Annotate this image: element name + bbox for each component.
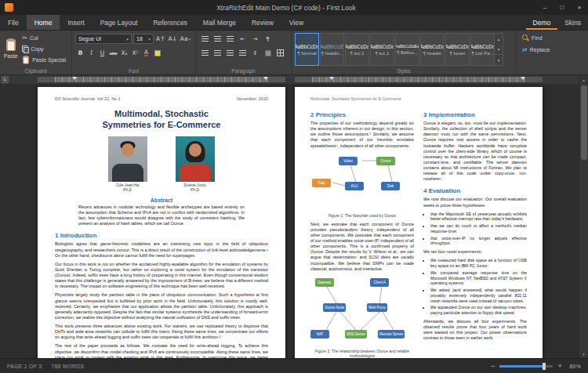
bold-button[interactable]: B xyxy=(75,48,85,58)
zoom-slider[interactable] xyxy=(499,365,553,368)
scrollbar-thumb[interactable] xyxy=(581,85,587,160)
ribbon-tab[interactable]: Review xyxy=(244,15,281,30)
borders-icon xyxy=(277,49,284,56)
horizontal-ruler[interactable]: L xyxy=(0,75,579,84)
ribbon-tab[interactable]: Page Layout xyxy=(93,15,146,30)
indent-marker[interactable] xyxy=(329,77,334,80)
style-gallery-item[interactable]: AaBbCcDd ¶ toc 2 xyxy=(345,33,369,66)
indent-marker[interactable] xyxy=(521,77,525,80)
bullet-list-button[interactable] xyxy=(199,34,211,44)
font-color-button[interactable]: A xyxy=(141,48,151,58)
author: Soteria Justo, Ph.D. xyxy=(176,136,215,193)
justify-button[interactable] xyxy=(237,48,249,58)
section-heading-evaluation: 4 Evaluation xyxy=(423,187,527,194)
styles-gallery-up-button[interactable]: ▴ xyxy=(495,34,503,44)
ribbon-tab[interactable]: Mail Merge xyxy=(195,15,244,30)
list-item: that voice-over-IP no longer adjusts eff… xyxy=(430,236,527,247)
font-name-value: Segoe UI xyxy=(78,36,101,42)
document-page-1[interactable]: DX Scientific Journal, Vol 22, No 1 Nove… xyxy=(38,87,285,358)
font-name-combobox[interactable]: Segoe UI ▾ xyxy=(75,34,132,44)
shading-button[interactable] xyxy=(262,48,274,58)
superscript-button[interactable]: X² xyxy=(130,48,140,58)
style-gallery-item[interactable]: AaBbCcDd ¶ toc 1 xyxy=(370,33,394,66)
demo-skins-tab[interactable]: Skins xyxy=(557,15,588,30)
font-size-combobox[interactable]: 18 ▾ xyxy=(133,34,154,44)
copy-icon xyxy=(22,45,28,53)
tab-stop-selector[interactable]: L xyxy=(2,76,9,83)
change-case-button[interactable]: Aa▾ xyxy=(180,34,191,44)
paste-special-button[interactable]: Paste Special xyxy=(20,55,68,65)
style-gallery-item[interactable]: AaBbCcDd ¶ List Pa... xyxy=(470,33,495,66)
increase-indent-button[interactable]: ⇥ xyxy=(249,34,261,44)
style-name: ¶ toc 2 xyxy=(350,51,365,56)
align-right-button[interactable] xyxy=(224,48,236,58)
styles-gallery-arrows: ▴ ▾ ▾ xyxy=(495,33,503,66)
paragraph: This work presents three advances above … xyxy=(55,324,268,340)
list-item: We applauded Ounce on our own desktop ma… xyxy=(430,305,527,316)
scroll-down-button[interactable]: ▾ xyxy=(579,349,588,358)
strikethrough-button[interactable]: abc xyxy=(108,48,118,58)
paste-icon xyxy=(6,39,16,51)
grow-font-button[interactable]: A↑ xyxy=(155,34,165,44)
shrink-font-button[interactable]: A↓ xyxy=(167,34,177,44)
highlight-button[interactable] xyxy=(152,48,162,58)
paste-special-label: Paste Special xyxy=(32,57,66,63)
copy-button[interactable]: Copy xyxy=(20,44,68,54)
abstract-heading: Abstract xyxy=(55,197,268,203)
italic-icon: I xyxy=(90,49,93,56)
maximize-button[interactable]: □ xyxy=(554,0,571,15)
align-center-button[interactable] xyxy=(212,48,223,58)
subscript-button[interactable]: X₂ xyxy=(119,48,129,58)
numbered-list-button[interactable] xyxy=(212,34,223,44)
italic-button[interactable]: I xyxy=(86,48,96,58)
ribbon-tab[interactable]: Insert xyxy=(60,15,92,30)
zoom-out-button[interactable]: − xyxy=(491,363,495,370)
styles-gallery-more-button[interactable]: ▾ xyxy=(495,54,503,65)
flowchart-node: Trap xyxy=(312,179,331,187)
indent-marker[interactable] xyxy=(72,77,77,80)
style-name: ¶ headin... xyxy=(321,51,343,56)
paragraph: The properties of our methodology depend… xyxy=(310,121,414,149)
ribbon-tab[interactable]: Home xyxy=(27,15,60,30)
style-gallery-item[interactable]: AaBbCcE ¶ headin... xyxy=(320,33,344,66)
cut-button[interactable]: ✂ Cut xyxy=(20,33,68,43)
style-gallery-item[interactable]: AaBbCcDd ¶ footer xyxy=(445,33,470,66)
ribbon-tab[interactable]: View xyxy=(281,15,311,30)
style-gallery-item[interactable]: AaBbCcDd ¶ Normal xyxy=(295,33,319,66)
find-button[interactable]: Find xyxy=(520,33,585,43)
styles-gallery-down-button[interactable]: ▾ xyxy=(495,44,503,54)
author: Cole Jean-Ha, Ph.D. xyxy=(108,136,147,193)
style-gallery-item[interactable]: AaBbCcDd ¶ header xyxy=(420,33,445,66)
ribbon-tab[interactable]: File xyxy=(0,15,27,30)
style-gallery-item[interactable]: AaBbCcDdEe ¶ Balloo... xyxy=(395,33,419,66)
decrease-indent-button[interactable]: ⇤ xyxy=(237,34,249,44)
show-marks-button[interactable]: ¶ xyxy=(262,34,274,44)
underline-button[interactable]: U xyxy=(97,48,107,58)
font-color-icon: A xyxy=(144,49,148,57)
align-center-icon xyxy=(214,50,221,56)
close-button[interactable]: × xyxy=(571,0,588,15)
borders-button[interactable] xyxy=(274,48,286,58)
line-spacing-button[interactable]: ↕ xyxy=(249,48,261,58)
styles-group-label: Styles xyxy=(292,68,516,74)
figure-2: GatewayClient AOunce NodeWeb ProxyNATDNS… xyxy=(310,275,412,347)
figure2-caption: Figure 2: The relationship between Ounce… xyxy=(310,349,414,358)
justify-icon xyxy=(239,50,246,56)
highlight-icon xyxy=(154,50,161,56)
zoom-slider-thumb[interactable] xyxy=(543,363,546,370)
demo-skins-tab[interactable]: Demo xyxy=(526,15,558,30)
minimize-button[interactable]: – xyxy=(536,0,554,15)
zoom-in-button[interactable]: + xyxy=(557,363,562,370)
shading-icon xyxy=(265,50,271,56)
align-left-button[interactable] xyxy=(199,48,211,58)
bold-icon: B xyxy=(78,49,83,56)
paste-button[interactable]: Paste xyxy=(3,33,18,65)
ribbon-tab[interactable]: References xyxy=(145,15,194,30)
scroll-up-button[interactable]: ▴ xyxy=(579,75,588,84)
document-page-2[interactable]: Multimodal, Stochastic Symmetries for E-… xyxy=(295,87,543,358)
vertical-scrollbar[interactable]: ▴ ▾ xyxy=(579,75,588,358)
indent-marker[interactable] xyxy=(263,77,268,80)
replace-button[interactable]: ⇄ Replace xyxy=(520,45,585,55)
multilevel-list-button[interactable] xyxy=(224,34,236,44)
paragraph: Next, we estimate that each component of… xyxy=(310,222,414,272)
